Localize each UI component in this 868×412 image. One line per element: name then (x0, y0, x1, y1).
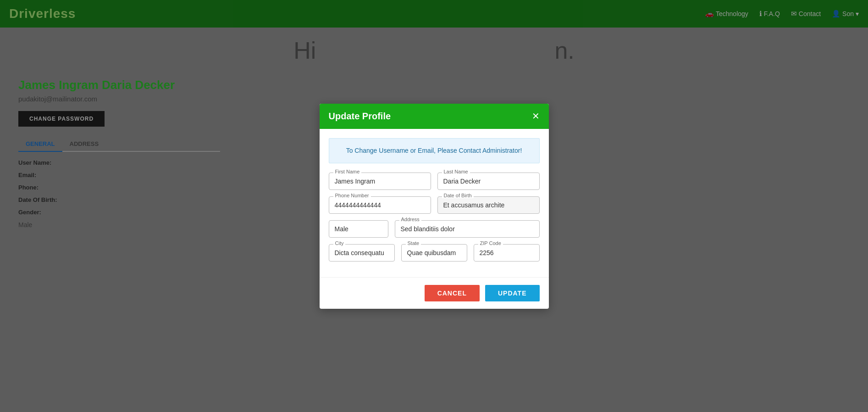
last-name-label: Last Name (442, 169, 470, 174)
update-profile-modal: Update Profile ✕ To Change Username or E… (320, 104, 549, 309)
zip-group: ZIP Code (474, 244, 540, 262)
modal-overlay: Update Profile ✕ To Change Username or E… (0, 0, 868, 412)
modal-close-button[interactable]: ✕ (532, 111, 540, 121)
modal-footer: CANCEL UPDATE (320, 277, 549, 309)
phone-input[interactable] (329, 196, 431, 214)
address-label: Address (399, 217, 421, 222)
last-name-group: Last Name (437, 173, 540, 190)
update-button[interactable]: UPDATE (485, 285, 540, 301)
info-banner: To Change Username or Email, Please Cont… (329, 138, 540, 163)
dob-input[interactable] (437, 196, 540, 214)
gender-input[interactable] (329, 220, 388, 238)
phone-label: Phone Number (333, 193, 371, 198)
state-label: State (406, 240, 421, 246)
city-state-zip-row: City State ZIP Code (329, 244, 540, 262)
state-group: State (401, 244, 467, 262)
city-input[interactable] (329, 244, 395, 262)
first-name-group: First Name (329, 173, 431, 190)
city-group: City (329, 244, 395, 262)
phone-group: Phone Number (329, 196, 431, 214)
city-label: City (333, 240, 346, 246)
cancel-button[interactable]: CANCEL (425, 285, 480, 301)
state-input[interactable] (401, 244, 467, 262)
last-name-input[interactable] (437, 173, 540, 190)
zip-input[interactable] (474, 244, 540, 262)
dob-group: Date of Birth (437, 196, 540, 214)
modal-header: Update Profile ✕ (320, 104, 549, 129)
phone-dob-row: Phone Number Date of Birth (329, 196, 540, 214)
gender-group (329, 220, 388, 238)
gender-address-row: Address (329, 220, 540, 238)
dob-label: Date of Birth (442, 193, 474, 198)
name-row: First Name Last Name (329, 173, 540, 190)
address-input[interactable] (395, 220, 540, 238)
zip-label: ZIP Code (478, 240, 503, 246)
modal-body: To Change Username or Email, Please Cont… (320, 129, 549, 277)
first-name-input[interactable] (329, 173, 431, 190)
address-group: Address (395, 220, 540, 238)
modal-title: Update Profile (329, 111, 391, 122)
first-name-label: First Name (333, 169, 362, 174)
